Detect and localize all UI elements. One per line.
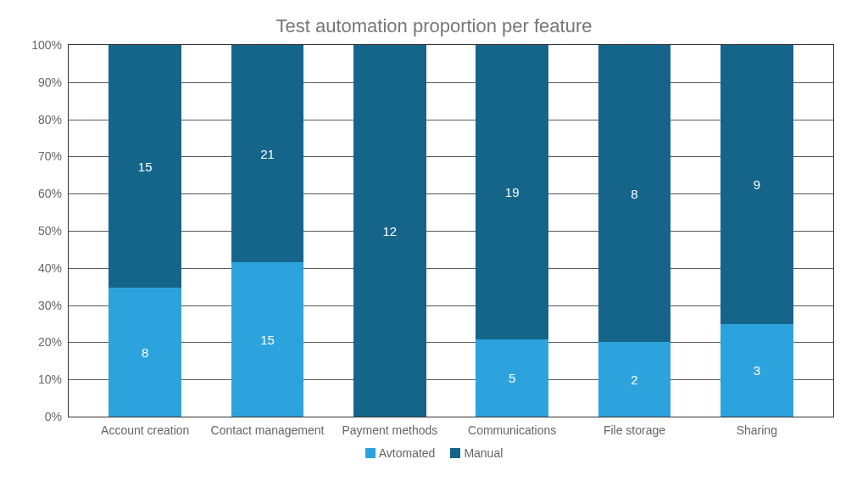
gridline: [69, 305, 833, 306]
y-tick-label: 0%: [45, 410, 69, 423]
y-tick-label: 60%: [38, 187, 69, 200]
bar-segment-automated: 2: [598, 342, 671, 417]
bar-track: 12: [353, 45, 426, 417]
plot-wrap: 0%10%20%30%40%50%60%70%80%90%100%815Acco…: [68, 44, 834, 417]
bar-value-label: 8: [631, 187, 637, 201]
x-tick-label: Payment methods: [342, 417, 437, 437]
bar-value-label: 19: [505, 185, 520, 199]
y-tick-label: 50%: [38, 224, 69, 238]
x-tick-label: Communications: [468, 417, 556, 437]
bar-segment-manual: 19: [476, 45, 548, 339]
bar-segment-manual: 15: [108, 45, 181, 288]
legend-item-automated: Avtomated: [365, 446, 436, 460]
gridline: [69, 193, 833, 194]
chart-root: Test automation proportion per feature 0…: [0, 0, 868, 504]
y-tick-label: 100%: [31, 38, 69, 52]
bar-segment-automated: 5: [476, 339, 548, 417]
legend-swatch-automated: [365, 448, 376, 458]
gridline: [69, 379, 833, 380]
y-tick-label: 40%: [38, 261, 69, 275]
x-tick-label: Account creation: [101, 417, 189, 437]
bar-value-label: 3: [754, 363, 760, 378]
legend-swatch-manual: [450, 448, 460, 458]
bar-value-label: 21: [260, 146, 275, 160]
bar-track: 39: [721, 45, 793, 417]
y-tick-label: 30%: [38, 299, 69, 312]
gridline: [69, 156, 833, 157]
gridline: [69, 231, 833, 232]
legend-label-manual: Manual: [464, 446, 503, 460]
bar-value-label: 15: [260, 332, 275, 346]
gridline: [69, 268, 833, 269]
plot-area: 0%10%20%30%40%50%60%70%80%90%100%815Acco…: [68, 44, 834, 417]
bar-track: 815: [108, 45, 181, 417]
chart-title: Test automation proportion per feature: [0, 0, 868, 44]
legend-label-automated: Avtomated: [379, 446, 436, 460]
legend: Avtomated Manual: [0, 446, 868, 460]
bar-segment-manual: 9: [721, 45, 793, 324]
y-tick-label: 80%: [38, 113, 69, 126]
bar-track: 28: [598, 45, 671, 417]
x-tick-label: Sharing: [737, 417, 777, 437]
bar-track: 519: [476, 45, 548, 417]
gridline: [69, 342, 833, 343]
bar-segment-manual: 12: [353, 45, 426, 417]
bar-value-label: 9: [754, 177, 760, 192]
bar-value-label: 5: [509, 371, 515, 385]
bar-track: 1521: [231, 45, 304, 417]
x-tick-label: File storage: [604, 417, 665, 437]
bar-segment-automated: 3: [721, 324, 793, 417]
bar-value-label: 12: [382, 224, 397, 238]
legend-item-manual: Manual: [450, 446, 503, 460]
x-tick-label: Contact management: [211, 417, 325, 437]
bar-value-label: 2: [631, 372, 637, 387]
y-tick-label: 20%: [38, 335, 69, 349]
bar-value-label: 8: [142, 344, 148, 359]
y-tick-label: 70%: [38, 149, 69, 163]
bar-segment-manual: 8: [598, 45, 671, 342]
bar-segment-manual: 21: [231, 45, 304, 262]
bar-value-label: 15: [138, 159, 153, 173]
gridline: [69, 82, 833, 83]
bar-segment-automated: 15: [231, 262, 304, 417]
y-tick-label: 90%: [38, 76, 69, 89]
y-tick-label: 10%: [38, 372, 69, 386]
gridline: [69, 120, 833, 120]
bar-segment-automated: 8: [108, 288, 181, 417]
